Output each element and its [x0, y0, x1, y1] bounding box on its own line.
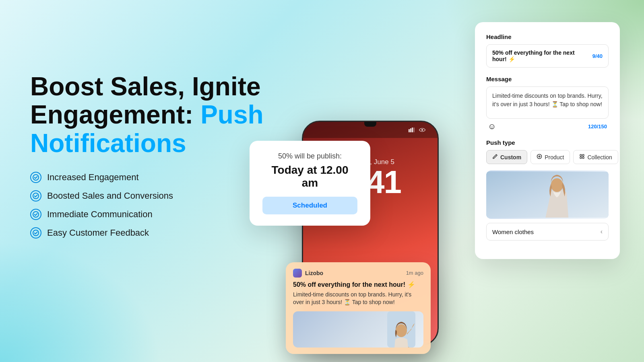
svg-rect-4: [409, 129, 410, 132]
collection-svg: [486, 171, 609, 219]
svg-rect-5: [410, 128, 411, 132]
notif-image: [293, 311, 423, 348]
push-type-label: Push type: [486, 139, 609, 146]
check-icon-4: [30, 227, 41, 239]
phone-status-icons: [409, 128, 425, 132]
message-footer: ☺ 120/150: [486, 122, 609, 131]
tab-custom[interactable]: Custom: [486, 150, 527, 164]
svg-point-2: [33, 212, 39, 217]
main-headline: Boost Sales, Ignite Engagement: Push Not…: [30, 72, 280, 157]
svg-point-0: [33, 175, 39, 180]
headline-label: Headline: [486, 33, 609, 40]
svg-rect-15: [580, 157, 582, 158]
tab-collection[interactable]: Collection: [573, 150, 618, 164]
svg-point-8: [421, 129, 423, 131]
check-icon-1: [30, 172, 41, 183]
svg-rect-14: [582, 154, 584, 156]
scheduled-button[interactable]: Scheduled: [262, 197, 357, 214]
svg-point-11: [396, 324, 407, 337]
collection-icon: [579, 154, 585, 160]
push-type-section: Push type Custom Product: [486, 139, 609, 241]
right-panel: Headline 50% off everything for the next…: [475, 22, 620, 259]
phone-area: 50% will be publish: Today at 12.00 am S…: [262, 121, 455, 346]
message-label: Message: [486, 76, 609, 82]
message-text: Limited-time discounts on top brands. Hu…: [492, 92, 603, 109]
svg-rect-13: [580, 154, 582, 156]
notif-title: 50% off everything for the next hour! ⚡: [293, 281, 423, 288]
notif-app-info: Lizobo: [293, 269, 323, 278]
svg-rect-16: [582, 157, 584, 158]
headline-char-count: 9/40: [592, 53, 603, 59]
headline-line1: Boost Sales, Ignite: [30, 72, 261, 101]
message-box[interactable]: Limited-time discounts on top brands. Hu…: [486, 86, 609, 119]
product-icon: [537, 154, 542, 160]
svg-point-19: [551, 178, 563, 192]
left-content: Boost Sales, Ignite Engagement: Push Not…: [30, 72, 280, 239]
feature-item-2: Boosted Sales and Conversions: [30, 190, 280, 202]
features-list: Increased Engagement Boosted Sales and C…: [30, 172, 280, 239]
notif-app-name: Lizobo: [305, 270, 323, 276]
notif-person-illustration: [387, 311, 415, 348]
feature-item-3: Immediate Communication: [30, 209, 280, 220]
notif-app-icon: [293, 269, 302, 278]
collection-name: Women clothes: [492, 228, 534, 235]
schedule-time: Today at 12.00 am: [262, 164, 357, 189]
feature-item-4: Easy Customer Feedback: [30, 227, 280, 239]
headline-line2: Engagement: Push: [30, 100, 264, 129]
custom-icon: [492, 154, 498, 160]
svg-rect-6: [412, 128, 413, 132]
notification-card: Lizobo 1m ago 50% off everything for the…: [286, 262, 431, 354]
notif-body: Limited-time discounts on top brands. Hu…: [293, 291, 423, 306]
check-icon-2: [30, 190, 41, 202]
phone-notch: [364, 122, 376, 127]
notif-time: 1m ago: [406, 270, 423, 276]
chevron-left-icon: ‹: [601, 228, 603, 235]
bg-accent-bottom-left: [0, 241, 161, 362]
svg-point-3: [33, 230, 39, 236]
notif-header: Lizobo 1m ago: [293, 269, 423, 278]
message-section: Message Limited-time discounts on top br…: [486, 76, 609, 131]
phone-top-bar: [303, 122, 438, 138]
schedule-card: 50% will be publish: Today at 12.00 am S…: [250, 141, 370, 226]
svg-rect-7: [413, 128, 415, 132]
headline-input-wrapper[interactable]: 50% off everything for the next hour! ⚡ …: [486, 44, 609, 68]
tab-product[interactable]: Product: [530, 150, 570, 164]
svg-point-1: [33, 193, 39, 199]
emoji-icon[interactable]: ☺: [488, 122, 496, 131]
collection-selector[interactable]: Women clothes ‹: [486, 223, 609, 241]
push-type-tabs: Custom Product: [486, 150, 609, 164]
check-icon-3: [30, 209, 41, 220]
collection-image: [486, 171, 609, 219]
schedule-percent: 50% will be publish:: [262, 152, 357, 160]
headline-input: 50% off everything for the next hour! ⚡: [492, 49, 589, 62]
message-char-count: 120/150: [588, 123, 607, 130]
feature-item-1: Increased Engagement: [30, 172, 280, 183]
